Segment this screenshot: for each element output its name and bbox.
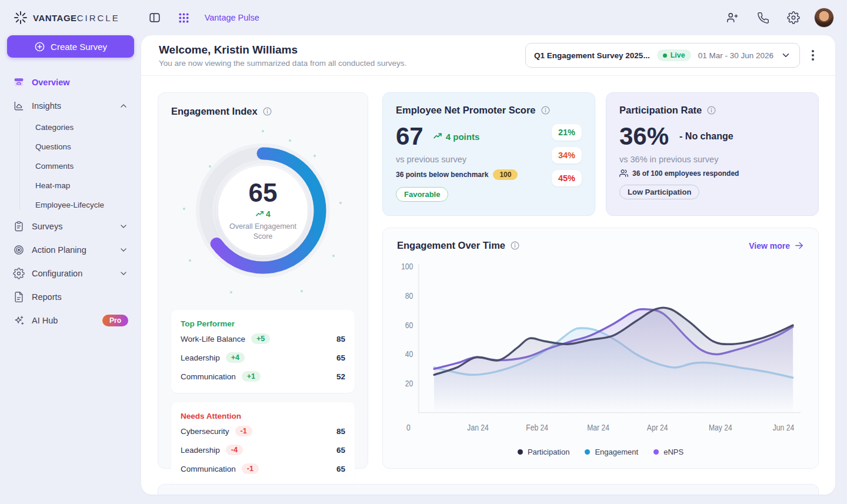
metric-value: 65 — [336, 465, 345, 473]
sidebar-item-label: Insights — [32, 101, 112, 111]
needs-attention-card: Needs Attention Cybersecurity-185Leaders… — [171, 402, 355, 485]
sidebar-subitem-questions[interactable]: Questions — [32, 137, 134, 156]
x-tick-label: Mar 24 — [587, 423, 609, 432]
sidebar-item-ai-hub[interactable]: AI HubPro — [7, 309, 134, 332]
main-panel: Welcome, Kristin Williams You are now vi… — [141, 35, 835, 495]
legend-dot — [585, 449, 590, 455]
metric-label: Communication — [181, 372, 236, 381]
header-kebab-menu-button[interactable] — [808, 46, 818, 64]
sidebar-item-action-planing[interactable]: Action Planing — [7, 238, 134, 262]
brand-logo: VANTAGECIRCLE — [13, 10, 120, 25]
y-tick-label: 40 — [405, 349, 414, 359]
enps-score: 67 — [396, 124, 424, 149]
survey-selector[interactable]: Q1 Engagement Survey 2025... Live 01 Mar… — [525, 43, 800, 68]
grid-dots-icon — [178, 12, 189, 24]
panel-icon — [148, 11, 161, 24]
info-icon[interactable] — [510, 241, 520, 251]
metric-delta-badge: +4 — [226, 352, 245, 363]
create-survey-label: Create Survey — [51, 42, 107, 52]
survey-status-label: Live — [671, 51, 685, 59]
participation-rate-card: Participation Rate 36% - No change vs — [606, 92, 819, 216]
sidebar-item-label: Overview — [32, 78, 128, 87]
needs-attention-rows: Cybersecurity-185Leadership-465Communica… — [181, 422, 345, 478]
app-name[interactable]: Vantage Pulse — [205, 13, 259, 22]
sidebar-toggle-button[interactable] — [145, 8, 165, 28]
sidebar-subitem-categories[interactable]: Categories — [32, 118, 134, 137]
app-grid-button[interactable] — [174, 8, 194, 28]
sidebar-item-surveys[interactable]: Surveys — [7, 215, 134, 238]
sidebar-item-label: Surveys — [32, 222, 112, 231]
enps-card: Employee Net Promoter Score 67 — [382, 92, 595, 216]
enps-title: Employee Net Promoter Score — [396, 105, 536, 116]
enps-delta: 4 points — [433, 132, 480, 142]
settings-button[interactable] — [783, 8, 803, 28]
survey-name: Q1 Engagement Survey 2025... — [534, 51, 650, 60]
top-performer-title: Top Performer — [181, 317, 345, 329]
engagement-donut: 65 4 Overall Engagement Score — [171, 121, 355, 301]
view-more-label: View more — [749, 241, 790, 251]
target-icon — [13, 244, 25, 256]
legend-item-enps[interactable]: eNPS — [653, 448, 683, 456]
sidebar-item-reports[interactable]: Reports — [7, 285, 134, 309]
report-icon — [13, 291, 25, 303]
info-icon[interactable] — [541, 105, 551, 115]
metric-label: Leadership — [181, 353, 220, 362]
enps-vs-label: vs previous survey — [396, 155, 552, 164]
survey-status-badge: Live — [657, 49, 691, 61]
dashboard-content: Engagement Index — [141, 76, 835, 495]
app-root: VANTAGECIRCLE Vantage Pulse — [0, 0, 847, 504]
phone-icon — [757, 12, 769, 24]
sidebar-item-configuration[interactable]: Configuration — [7, 262, 134, 285]
info-icon[interactable] — [262, 106, 272, 116]
page-subtitle: You are now viewing the summarized data … — [159, 59, 406, 68]
metric-value: 85 — [336, 427, 345, 436]
invite-user-button[interactable] — [722, 8, 742, 28]
chart-title: Engagement Over Time — [397, 240, 505, 251]
participation-badge: Low Participation — [619, 185, 699, 199]
sidebar-subitem-comments[interactable]: Comments — [32, 156, 134, 176]
enps-benchmark-label: 36 points below benchmark — [396, 171, 488, 179]
metric-row: Communication+152 — [181, 367, 345, 386]
sidebar-item-label: AI Hub — [32, 316, 95, 325]
sidebar-item-label: Reports — [32, 292, 128, 302]
view-more-link[interactable]: View more — [749, 241, 804, 251]
enps-breakdown: 21%34%45% — [552, 124, 582, 202]
y-tick-label: 60 — [405, 321, 414, 330]
create-survey-button[interactable]: Create Survey — [7, 35, 134, 58]
chevron-down-icon — [781, 50, 791, 61]
user-add-icon — [726, 11, 739, 24]
sidebar-subnav: CategoriesQuestionsCommentsHeat-mapEmplo… — [19, 118, 134, 215]
trend-up-icon — [255, 209, 264, 218]
sidebar-item-overview[interactable]: Overview — [7, 71, 134, 94]
legend-label: Engagement — [595, 448, 638, 456]
metric-label: Cybersecurity — [181, 427, 229, 436]
brand-name: VANTAGECIRCLE — [33, 13, 120, 23]
contact-support-button[interactable] — [753, 8, 773, 28]
sidebar-item-insights[interactable]: Insights — [7, 94, 134, 118]
metric-delta-badge: +1 — [242, 371, 261, 382]
engagement-delta-value: 4 — [266, 209, 271, 219]
overview-icon — [13, 76, 25, 88]
top-performer-card: Top Performer Work-Life Balance+585Leade… — [171, 310, 355, 393]
x-tick-label: Jan 24 — [467, 423, 489, 432]
info-icon[interactable] — [706, 105, 716, 115]
metric-label: Work-Life Balance — [181, 335, 245, 343]
y-tick-label: 20 — [405, 379, 414, 388]
engagement-delta: 4 — [255, 209, 271, 219]
enps-delta-label: 4 points — [446, 132, 480, 142]
enps-benchmark: 36 points below benchmark 100 — [396, 169, 552, 180]
legend-item-participation[interactable]: Participation — [518, 448, 570, 456]
enps-breakdown-pill: 34% — [552, 147, 582, 163]
legend-item-engagement[interactable]: Engagement — [585, 448, 638, 456]
x-tick-label: Apr 24 — [647, 423, 668, 432]
metric-label: Leadership — [181, 446, 220, 455]
participation-value: 36% — [619, 124, 669, 149]
participation-vs-label: vs 36% in previous survey — [619, 155, 805, 164]
user-avatar[interactable] — [814, 8, 834, 28]
sidebar-item-label: Action Planing — [32, 245, 112, 255]
sidebar-subitem-employee-lifecycle[interactable]: Employee-Lifecycle — [32, 195, 134, 215]
sidebar: Create Survey OverviewInsightsCategories… — [0, 35, 141, 504]
sidebar-subitem-heat-map[interactable]: Heat-map — [32, 176, 134, 195]
donut-center: 65 4 Overall Engagement Score — [222, 180, 304, 242]
y-origin-label: 0 — [406, 423, 411, 432]
